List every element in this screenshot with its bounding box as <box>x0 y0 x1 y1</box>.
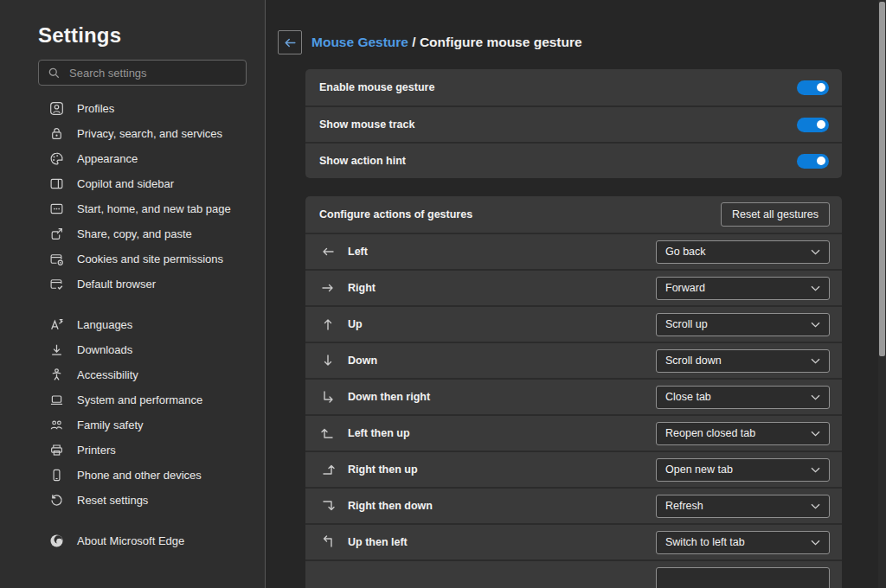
dropdown-right-then-up-action[interactable]: Open new tab <box>656 458 830 482</box>
sidebar-item-family-safety[interactable]: Family safety <box>0 412 265 438</box>
reset-icon <box>49 493 64 508</box>
back-arrow-icon <box>283 35 298 50</box>
arrow-down-then-right-icon <box>319 389 337 405</box>
gesture-direction-label: Up <box>348 318 656 330</box>
search-icon <box>48 67 61 80</box>
chevron-down-icon <box>811 467 820 473</box>
chevron-down-icon <box>811 394 820 400</box>
sidebar-item-share-copy-paste[interactable]: Share, copy, and paste <box>0 221 265 246</box>
gesture-row-right-then-up: Right then up Open new tab <box>305 451 842 487</box>
gesture-row-partial <box>305 559 842 588</box>
gesture-direction-label: Right <box>348 282 656 294</box>
gesture-row-left-then-up: Left then up Reopen closed tab <box>305 414 842 451</box>
dropdown-right-then-down-action[interactable]: Refresh <box>656 495 830 518</box>
dropdown-right-action[interactable]: Forward <box>656 277 830 300</box>
toggle-knob <box>817 120 825 129</box>
dropdown-down-action[interactable]: Scroll down <box>656 349 830 373</box>
sidebar-item-label: Privacy, search, and services <box>77 127 222 140</box>
accessibility-icon <box>49 368 64 382</box>
toggle-settings-card: Enable mouse gesture Show mouse track Sh… <box>305 69 842 178</box>
sidebar-item-appearance[interactable]: Appearance <box>0 146 265 171</box>
toggle-show-action-hint[interactable] <box>797 154 829 169</box>
dropdown-value: Scroll down <box>665 355 722 367</box>
sidebar-item-default-browser[interactable]: Default browser <box>0 272 265 297</box>
dropdown-down-then-right-action[interactable]: Close tab <box>656 386 830 409</box>
sidebar-item-copilot-sidebar[interactable]: Copilot and sidebar <box>0 171 265 196</box>
toggle-enable-mouse-gesture[interactable] <box>797 80 829 95</box>
dropdown-left-action[interactable]: Go back <box>656 240 830 264</box>
scrollbar-thumb[interactable] <box>879 2 885 356</box>
chevron-down-icon <box>811 358 820 364</box>
new-tab-page-icon <box>49 201 64 216</box>
sidebar-item-cookies-permissions[interactable]: Cookies and site permissions <box>0 246 265 272</box>
sidebar-item-start-home[interactable]: Start, home, and new tab page <box>0 196 265 221</box>
edge-logo-icon <box>49 534 64 548</box>
sidebar-item-profiles[interactable]: Profiles <box>0 96 265 121</box>
dropdown-value: Open new tab <box>665 463 733 476</box>
reset-all-gestures-button[interactable]: Reset all gestures <box>721 202 830 227</box>
family-icon <box>49 418 64 432</box>
breadcrumb-separator: / <box>408 35 420 49</box>
gesture-direction-label: Up then left <box>348 536 656 548</box>
search-input[interactable]: Search settings <box>38 60 247 86</box>
gesture-direction-label: Right then down <box>348 500 656 512</box>
sidebar-item-accessibility[interactable]: Accessibility <box>0 362 265 387</box>
breadcrumb-parent-link[interactable]: Mouse Gesture <box>311 35 408 49</box>
sidebar-item-label: Printers <box>77 444 116 457</box>
sidebar-item-label: Profiles <box>77 102 114 115</box>
chevron-down-icon <box>811 322 820 328</box>
sidebar-item-printers[interactable]: Printers <box>0 438 265 463</box>
arrow-up-then-left-icon <box>319 534 337 550</box>
dropdown-left-then-up-action[interactable]: Reopen closed tab <box>656 422 830 445</box>
sidebar-item-label: Default browser <box>77 278 156 291</box>
back-button[interactable] <box>278 30 302 54</box>
gesture-row-down-then-right: Down then right Close tab <box>305 378 842 414</box>
toggle-knob <box>817 157 825 165</box>
setting-row-enable-mouse-gesture: Enable mouse gesture <box>305 69 842 105</box>
gesture-direction-label: Down then right <box>348 391 656 403</box>
arrow-right-icon <box>319 280 337 296</box>
sidebar-item-system-performance[interactable]: System and performance <box>0 387 265 412</box>
dropdown-value: Scroll up <box>665 318 708 330</box>
gesture-row-down: Down Scroll down <box>305 342 842 378</box>
sidebar-item-downloads[interactable]: Downloads <box>0 337 265 362</box>
sidebar-item-label: Share, copy, and paste <box>77 227 192 240</box>
arrow-right-then-down-icon <box>319 498 337 514</box>
browser-check-icon <box>49 277 64 291</box>
vertical-scrollbar <box>878 0 886 588</box>
sidebar-item-languages[interactable]: Languages <box>0 312 265 337</box>
share-icon <box>49 227 64 241</box>
phone-icon <box>49 468 64 483</box>
section-title: Configure actions of gestures <box>319 208 472 220</box>
sidebar-title: Settings <box>38 23 121 48</box>
dropdown-value: Reopen closed tab <box>665 427 755 439</box>
sidebar-item-about-edge[interactable]: About Microsoft Edge <box>0 528 265 553</box>
page-header: Mouse Gesture / Configure mouse gesture <box>278 30 582 54</box>
gesture-icon <box>319 571 337 586</box>
gesture-row-left: Left Go back <box>305 233 842 269</box>
dropdown-value: Close tab <box>665 391 711 403</box>
sidebar-item-label: About Microsoft Edge <box>77 534 184 547</box>
gesture-direction-label: Left <box>348 246 656 258</box>
palette-icon <box>49 151 64 166</box>
sidebar-item-phone-devices[interactable]: Phone and other devices <box>0 463 265 488</box>
toggle-show-mouse-track[interactable] <box>797 118 829 132</box>
gesture-direction-label: Left then up <box>348 427 656 439</box>
gesture-direction-label: Down <box>348 355 656 367</box>
chevron-down-icon <box>811 285 820 291</box>
arrow-left-icon <box>319 244 337 259</box>
dropdown-up-action[interactable]: Scroll up <box>656 313 830 336</box>
breadcrumb: Mouse Gesture / Configure mouse gesture <box>311 35 582 50</box>
sidebar-item-privacy[interactable]: Privacy, search, and services <box>0 121 265 146</box>
sidebar-nav: Profiles Privacy, search, and services A… <box>0 96 265 553</box>
main-content: Mouse Gesture / Configure mouse gesture … <box>266 0 886 588</box>
dropdown-partial[interactable] <box>656 567 830 588</box>
setting-label: Enable mouse gesture <box>319 81 434 93</box>
sidebar-item-label: Copilot and sidebar <box>77 177 174 190</box>
arrow-up-icon <box>319 316 337 332</box>
gesture-row-up: Up Scroll up <box>305 305 842 342</box>
sidebar-item-reset-settings[interactable]: Reset settings <box>0 488 265 513</box>
dropdown-up-then-left-action[interactable]: Switch to left tab <box>656 531 830 554</box>
settings-sidebar: Settings Search settings Profiles Priva <box>0 0 266 588</box>
search-placeholder: Search settings <box>69 67 147 80</box>
